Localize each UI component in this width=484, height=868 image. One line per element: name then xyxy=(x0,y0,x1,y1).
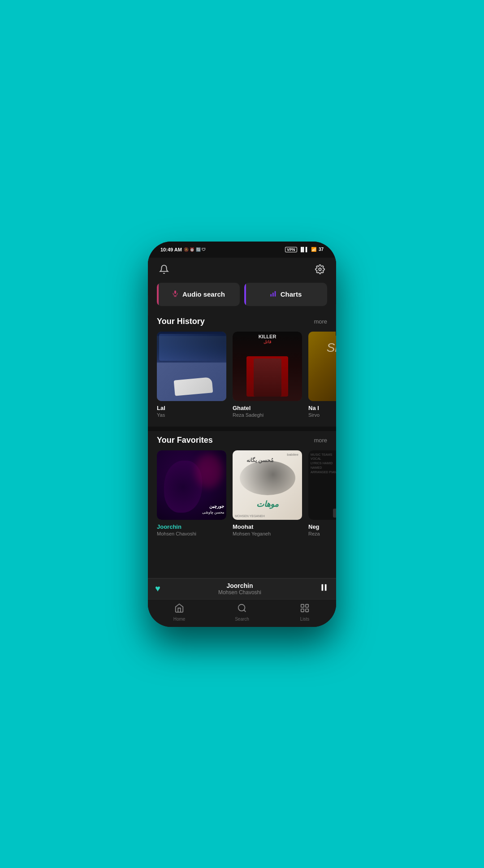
lal-art xyxy=(157,332,226,401)
bottom-nav: Home Search xyxy=(148,599,336,627)
joorchin-art: جورچینمحسن چاوشی xyxy=(157,450,226,520)
home-label: Home xyxy=(173,617,186,622)
moohat-art: babilee مُحسن یگانه موهات MOHSEN YEGANEH xyxy=(233,450,302,520)
audio-search-label: Audio search xyxy=(182,290,225,298)
search-label: Search xyxy=(235,617,249,622)
joorchin-artist: Mohsen Chavoshi xyxy=(157,531,226,536)
favorites-card-neg[interactable]: MUSIC TEAMS VOCALLYRICS HAMID NAMEDARRAN… xyxy=(308,450,336,536)
charts-label: Charts xyxy=(281,290,302,298)
nav-home[interactable]: Home xyxy=(148,600,211,623)
nav-search[interactable]: Search xyxy=(211,600,273,623)
pause-button[interactable] xyxy=(319,583,329,595)
history-card-ghatel[interactable]: KILLER قاتل Ghatel Reza Sadeghi xyxy=(233,332,302,418)
audio-search-button[interactable]: Audio search xyxy=(157,283,240,306)
svg-line-10 xyxy=(244,610,246,612)
ghatel-artist: Reza Sadeghi xyxy=(233,412,302,418)
time-display: 10:49 AM xyxy=(160,247,182,252)
favorites-card-joorchin[interactable]: جورچینمحسن چاوشی Joorchin Mohsen Chavosh… xyxy=(157,450,226,536)
svg-rect-4 xyxy=(270,294,272,296)
svg-point-0 xyxy=(319,268,321,271)
status-left: 10:49 AM 🔕 ⏰ 🔄 🛡 xyxy=(160,247,206,252)
notification-icons: 🔕 ⏰ 🔄 🛡 xyxy=(184,247,206,252)
neg-title: Neg xyxy=(308,523,336,530)
svg-rect-8 xyxy=(325,584,327,591)
na-art: Sir xyxy=(308,332,336,401)
svg-point-9 xyxy=(238,604,245,611)
favorites-title: Your Favorites xyxy=(157,436,213,445)
heart-button[interactable]: ♥ xyxy=(155,583,160,594)
history-scroll: Lal Yas KILLER قاتل Ghatel Reza Sade xyxy=(148,332,336,427)
history-card-lal[interactable]: Lal Yas xyxy=(157,332,226,418)
nav-lists[interactable]: Lists xyxy=(273,600,336,623)
scroll-content: Your History more Lal xyxy=(148,312,336,578)
favorites-more[interactable]: more xyxy=(314,437,327,444)
section-divider xyxy=(148,427,336,431)
ghatel-title: Ghatel xyxy=(233,405,302,411)
neg-artist: Reza xyxy=(308,531,336,536)
settings-button[interactable] xyxy=(313,262,327,276)
lal-title: Lal xyxy=(157,405,226,411)
svg-rect-14 xyxy=(306,609,308,611)
search-icon xyxy=(237,603,247,615)
signal-icon: ▐▌▌ xyxy=(299,247,309,252)
svg-rect-6 xyxy=(274,291,276,296)
now-playing-bar[interactable]: ♥ Joorchin Mohsen Chavoshi xyxy=(148,578,336,599)
lists-icon xyxy=(300,603,310,615)
battery-display: 37 xyxy=(319,247,324,252)
now-playing-title: Joorchin xyxy=(166,582,314,589)
phone-frame: 10:49 AM 🔕 ⏰ 🔄 🛡 VPN ▐▌▌ 📶 37 xyxy=(148,242,336,627)
joorchin-title: Joorchin xyxy=(157,523,226,530)
svg-rect-1 xyxy=(174,290,176,294)
history-title: Your History xyxy=(157,317,205,326)
app-screen: Audio search Charts Your History more xyxy=(148,258,336,627)
svg-rect-5 xyxy=(272,293,274,297)
now-playing-artist: Mohsen Chavoshi xyxy=(166,589,314,596)
charts-icon xyxy=(270,290,277,299)
lists-label: Lists xyxy=(300,617,310,622)
home-icon xyxy=(174,603,184,615)
history-section-header: Your History more xyxy=(148,312,336,332)
favorites-card-moohat[interactable]: babilee مُحسن یگانه موهات MOHSEN YEGANEH… xyxy=(233,450,302,536)
history-card-na[interactable]: Sir Na I Sirvo xyxy=(308,332,336,418)
top-bar xyxy=(148,258,336,280)
moohat-title: Moohat xyxy=(233,523,302,530)
na-title: Na I xyxy=(308,405,336,411)
svg-rect-13 xyxy=(301,609,304,611)
history-more[interactable]: more xyxy=(314,318,327,325)
status-right: VPN ▐▌▌ 📶 37 xyxy=(285,247,324,252)
charts-button[interactable]: Charts xyxy=(244,283,327,306)
vpn-badge: VPN xyxy=(285,247,297,252)
microphone-icon xyxy=(172,290,179,299)
svg-rect-7 xyxy=(322,584,324,591)
moohat-artist: Mohsen Yeganeh xyxy=(233,531,302,536)
ghatel-art: KILLER قاتل xyxy=(233,332,302,401)
favorites-scroll: جورچینمحسن چاوشی Joorchin Mohsen Chavosh… xyxy=(148,450,336,545)
svg-rect-12 xyxy=(306,604,308,607)
status-bar: 10:49 AM 🔕 ⏰ 🔄 🛡 VPN ▐▌▌ 📶 37 xyxy=(148,242,336,258)
svg-rect-11 xyxy=(301,604,304,607)
bell-button[interactable] xyxy=(157,262,171,276)
lal-artist: Yas xyxy=(157,412,226,418)
na-artist: Sirvo xyxy=(308,412,336,418)
action-buttons-row: Audio search Charts xyxy=(148,280,336,312)
favorites-section-header: Your Favorites more xyxy=(148,431,336,450)
now-playing-info: Joorchin Mohsen Chavoshi xyxy=(166,582,314,596)
wifi-icon: 📶 xyxy=(311,247,316,252)
neg-art: MUSIC TEAMS VOCALLYRICS HAMID NAMEDARRAN… xyxy=(308,450,336,520)
